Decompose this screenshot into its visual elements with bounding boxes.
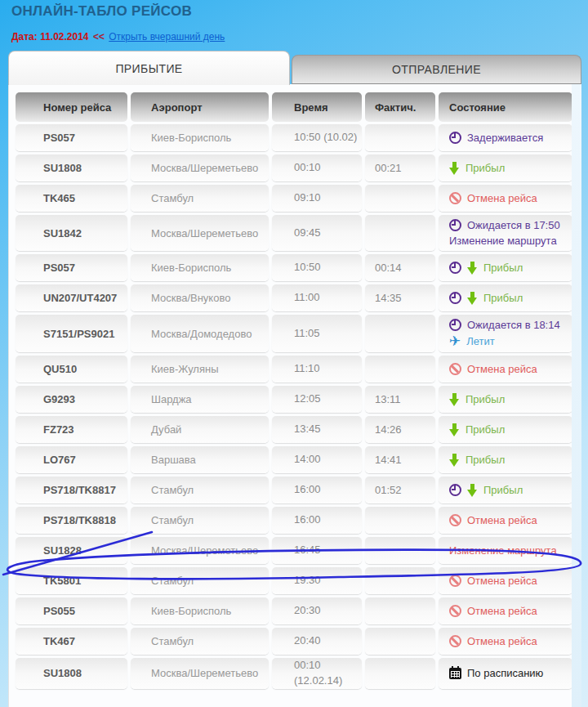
status-text: Прибыл <box>466 423 505 436</box>
status: Прибыл <box>439 386 572 413</box>
status-text: Прибыл <box>483 262 523 274</box>
scheduled-time-value: 11:05 <box>294 326 320 342</box>
flight-number: FZ723 <box>16 416 127 443</box>
cancel-icon <box>449 363 461 375</box>
scheduled-time-value: 13:45 <box>294 422 321 437</box>
flight-number: SU1828 <box>16 537 127 564</box>
date-label: Дата: <box>11 31 38 43</box>
actual-time <box>365 215 435 251</box>
airport-name: Москва/Шереметьево <box>131 154 269 181</box>
status-line: Отмена рейса <box>449 635 537 647</box>
tab-arrivals[interactable]: ПРИБЫТИЕ <box>8 51 290 85</box>
status-line: Изменение маршрута <box>449 235 557 247</box>
arrow-icon <box>467 484 478 497</box>
table-row: G9293Шарджа12:0513:11Прибыл <box>16 386 572 413</box>
flight-number: SU1808 <box>16 658 127 689</box>
flight-number: TK467 <box>16 628 127 655</box>
flight-number: LO767 <box>16 446 127 473</box>
status-text: Летит <box>466 335 495 347</box>
clock-icon <box>449 132 461 144</box>
cancel-icon <box>449 192 461 204</box>
status: Задерживается <box>439 124 572 151</box>
flight-number: S7151/PS9021 <box>16 315 127 352</box>
tab-departures[interactable]: ОТПРАВЛЕНИЕ <box>292 55 581 84</box>
table-row: PS718/TK8818Стамбул16:00Отмена рейса <box>16 507 572 534</box>
actual-time <box>365 597 435 624</box>
status-text: По расписанию <box>467 667 543 679</box>
actual-time: 14:26 <box>365 416 435 443</box>
airport-name: Москва/Шереметьево <box>131 537 269 564</box>
actual-time <box>365 567 435 594</box>
table-row: LO767Варшава14:0014:41Прибыл <box>16 446 572 473</box>
scheduled-time-value: 16:45 <box>294 543 321 558</box>
actual-time <box>365 356 435 383</box>
scheduled-time: 20:30 <box>272 597 362 624</box>
status-line: Отмена рейса <box>449 514 537 526</box>
flight-table: Номер рейса Аэропорт Время Фактич. Состо… <box>16 92 572 692</box>
actual-time: 14:35 <box>365 284 435 311</box>
status-line: ✈Летит <box>449 334 495 348</box>
table-row: SU1828Москва/Шереметьево16:45Изменение м… <box>16 537 572 564</box>
status-text: Прибыл <box>466 454 505 466</box>
arrow-icon <box>449 423 460 436</box>
status-line: Отмена рейса <box>449 605 537 617</box>
status: Прибыл <box>439 254 572 281</box>
cancel-icon <box>449 635 461 647</box>
table-row: TK467Стамбул20:40Отмена рейса <box>16 628 572 655</box>
scheduled-time: 10:50 (10.02) <box>272 124 362 151</box>
scheduled-time-value: 12:05 <box>294 392 321 407</box>
scheduled-time-value: 09:10 <box>294 190 321 206</box>
flight-number: SU1842 <box>16 215 127 251</box>
arrow-icon <box>467 262 478 275</box>
actual-time: 01:52 <box>365 477 435 503</box>
airport-name: Стамбул <box>131 567 269 594</box>
col-time: Время <box>272 92 362 122</box>
status: Отмена рейса <box>439 628 572 655</box>
scheduled-time-value: 09:45 <box>294 226 321 241</box>
flight-number: TK5801 <box>16 567 127 594</box>
actual-time <box>365 507 435 534</box>
status: Отмена рейса <box>439 356 572 383</box>
airport-name: Дубай <box>131 416 269 443</box>
airport-name: Стамбул <box>131 507 269 534</box>
status: Ожидается в 18:14✈Летит <box>439 315 572 352</box>
airport-name: Киев-Борисполь <box>131 597 269 624</box>
status: По расписанию <box>439 658 572 689</box>
status-text: Отмена рейса <box>467 363 537 375</box>
status-line: Ожидается в 18:14 <box>449 319 560 331</box>
airport-name: Москва/Шереметьево <box>131 658 269 689</box>
scheduled-time: 11:10 <box>272 356 362 383</box>
table-row: FZ723Дубай13:4514:26Прибыл <box>16 416 572 443</box>
status: Ожидается в 17:50Изменение маршрута <box>439 215 572 251</box>
table-row: PS055Киев-Борисполь20:30Отмена рейса <box>16 597 572 624</box>
flight-number: PS057 <box>16 124 127 151</box>
status-text: Отмена рейса <box>467 514 537 526</box>
status-text: Прибыл <box>483 292 523 304</box>
status-text: Задерживается <box>467 132 543 144</box>
page-title: ОНЛАЙН-ТАБЛО РЕЙСОВ <box>11 3 192 20</box>
status-text: Ожидается в 17:50 <box>467 219 560 231</box>
flight-number: TK465 <box>16 185 127 212</box>
table-header: Номер рейса Аэропорт Время Фактич. Состо… <box>16 92 572 122</box>
scheduled-time: 09:45 <box>272 215 362 251</box>
scheduled-time: 20:40 <box>272 628 362 655</box>
status-line: Прибыл <box>449 292 523 305</box>
status: Прибыл <box>439 446 572 473</box>
scheduled-time: 11:05 <box>272 315 362 352</box>
status: Изменение маршрута <box>439 537 572 564</box>
airport-name: Москва/Домодедово <box>131 315 269 352</box>
actual-time <box>365 185 435 212</box>
clock-icon <box>449 319 461 331</box>
open-yesterday-link[interactable]: Открыть вчерашний день <box>109 31 225 43</box>
scheduled-time-value: 16:00 <box>294 512 321 528</box>
status-text: Изменение маршрута <box>449 235 557 247</box>
scheduled-time: 00:10 <box>272 154 362 181</box>
airport-name: Стамбул <box>131 185 269 212</box>
status-text: Отмена рейса <box>467 575 537 587</box>
cancel-icon <box>449 514 461 526</box>
status-line: Прибыл <box>449 454 505 467</box>
scheduled-time: 10:50 <box>272 254 362 281</box>
actual-time: 13:11 <box>365 386 435 413</box>
actual-time: 14:41 <box>365 446 435 473</box>
scheduled-time-value: 10:50 <box>294 260 321 275</box>
